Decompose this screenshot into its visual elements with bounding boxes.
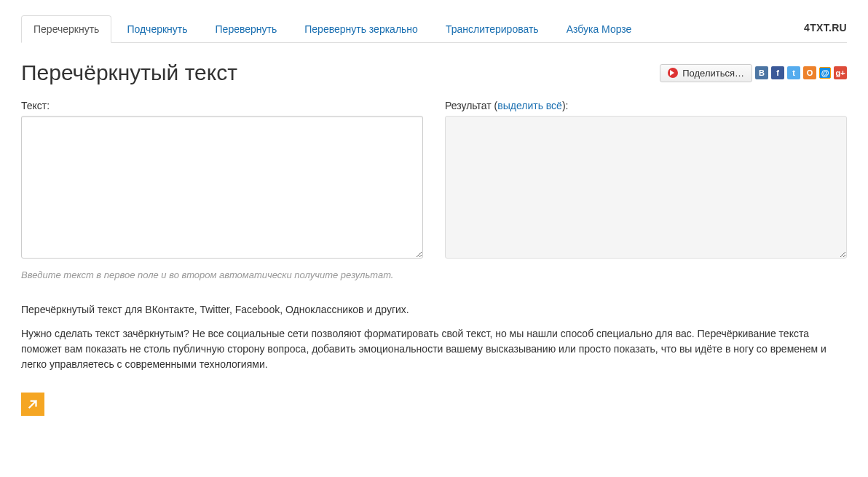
page-title: Перечёркнутый текст	[21, 60, 660, 85]
input-hint: Введите текст в первое поле и во втором …	[21, 269, 847, 280]
description-line-1: Перечёркнутый текст для ВКонтакте, Twitt…	[21, 302, 847, 318]
share-mailru-icon[interactable]: @	[819, 67, 831, 79]
tabs: Перечеркнуть Подчеркнуть Перевернуть Пер…	[21, 15, 647, 42]
share-button[interactable]: Поделиться…	[660, 64, 752, 82]
share-bar: Поделиться… B f t O @ g+	[660, 64, 847, 82]
select-all-link[interactable]: выделить всё	[497, 100, 562, 111]
share-vk-icon[interactable]: B	[755, 66, 768, 79]
tab-mirror[interactable]: Перевернуть зеркально	[292, 15, 430, 43]
counter-badge[interactable]	[21, 393, 44, 416]
share-twitter-icon[interactable]: t	[787, 66, 800, 79]
tab-morse[interactable]: Азбука Морзе	[554, 15, 644, 43]
output-label-suffix: ):	[562, 100, 569, 111]
tab-strikethrough[interactable]: Перечеркнуть	[21, 15, 111, 43]
tab-transliterate[interactable]: Транслитерировать	[433, 15, 551, 43]
share-facebook-icon[interactable]: f	[771, 66, 784, 79]
share-googleplus-icon[interactable]: g+	[834, 66, 847, 79]
output-column: Результат (выделить всё):	[445, 100, 847, 261]
result-text-output[interactable]	[445, 116, 847, 259]
output-label: Результат (выделить всё):	[445, 100, 847, 111]
arrow-up-right-icon	[26, 398, 39, 411]
source-text-input[interactable]	[21, 116, 423, 259]
tab-underline[interactable]: Подчеркнуть	[114, 15, 200, 43]
description: Перечёркнутый текст для ВКонтакте, Twitt…	[21, 302, 847, 372]
megaphone-icon	[668, 68, 678, 78]
share-odnoklassniki-icon[interactable]: O	[803, 66, 816, 79]
input-label: Текст:	[21, 100, 423, 111]
output-label-prefix: Результат (	[445, 100, 497, 111]
description-line-2: Нужно сделать текст зачёркнутым? Не все …	[21, 326, 847, 372]
input-column: Текст:	[21, 100, 423, 261]
share-button-label: Поделиться…	[682, 68, 744, 79]
top-nav: Перечеркнуть Подчеркнуть Перевернуть Пер…	[21, 15, 847, 43]
site-brand: 4TXT.RU	[804, 15, 847, 42]
tab-flip[interactable]: Перевернуть	[203, 15, 290, 43]
